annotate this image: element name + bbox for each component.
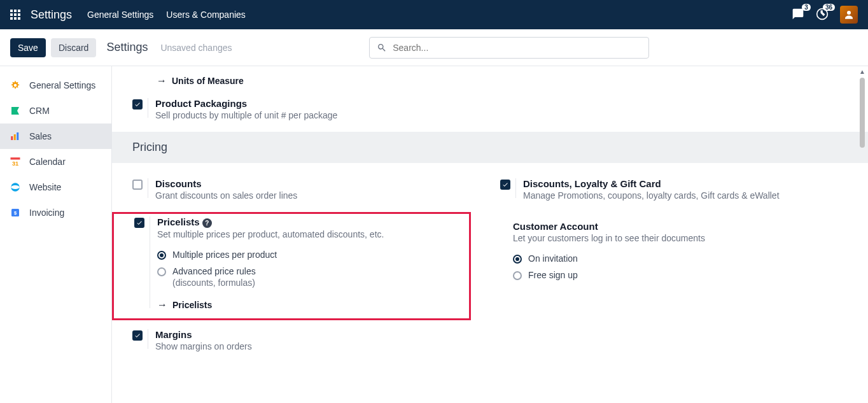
- calendar-icon: 31: [9, 155, 22, 168]
- loyalty-title: Discounts, Loyalty & Gift Card: [523, 178, 830, 189]
- sidebar-item-label: General Settings: [29, 80, 95, 90]
- crm-icon: [9, 104, 22, 117]
- sidebar-item-calendar[interactable]: 31 Calendar: [0, 149, 111, 174]
- sidebar-item-label: Sales: [29, 131, 52, 141]
- checkbox-loyalty[interactable]: [500, 180, 510, 190]
- toolbar: Save Discard Settings Unsaved changes: [0, 29, 868, 66]
- customer-account-desc: Let your customers log in to see their d…: [513, 233, 830, 243]
- loyalty-desc: Manage Promotions, coupons, loyalty card…: [523, 190, 830, 201]
- sidebar-item-invoicing[interactable]: $ Invoicing: [0, 200, 111, 225]
- sidebar-item-general[interactable]: General Settings: [0, 73, 111, 98]
- checkbox-packagings[interactable]: [132, 99, 143, 110]
- margins-desc: Show margins on orders: [155, 341, 868, 351]
- svg-point-0: [847, 11, 851, 15]
- arrow-right-icon: →: [157, 75, 167, 87]
- svg-rect-4: [17, 132, 18, 140]
- topbar: Settings General Settings Users & Compan…: [0, 0, 868, 29]
- avatar[interactable]: [840, 6, 858, 24]
- chat-badge: 3: [802, 4, 811, 11]
- pricelists-title: Pricelists?: [157, 216, 469, 228]
- radio-multi-prices[interactable]: Multiple prices per product: [157, 250, 469, 260]
- discounts-title: Discounts: [155, 178, 481, 189]
- pricelists-link[interactable]: → Pricelists: [157, 299, 469, 311]
- activity-badge: 36: [823, 4, 835, 11]
- content: → Units of Measure Product Packagings Se…: [112, 66, 868, 403]
- customer-account-title: Customer Account: [513, 221, 830, 232]
- chat-icon[interactable]: 3: [792, 8, 804, 22]
- search-input[interactable]: [369, 37, 649, 59]
- scroll-up-icon[interactable]: ▲: [858, 66, 867, 76]
- radio-on-invitation[interactable]: On invitation: [513, 253, 830, 264]
- pricelists-desc: Set multiple prices per product, automat…: [157, 229, 469, 239]
- svg-rect-2: [11, 136, 13, 140]
- sidebar-item-label: Invoicing: [29, 208, 64, 218]
- search-wrap: [369, 37, 649, 59]
- arrow-right-icon: →: [157, 299, 167, 311]
- sidebar-item-crm[interactable]: CRM: [0, 98, 111, 124]
- nav-users-companies[interactable]: Users & Companies: [166, 10, 246, 20]
- scrollbar[interactable]: ▲: [858, 66, 867, 403]
- section-pricing: Pricing: [112, 132, 868, 163]
- sales-icon: [9, 130, 22, 143]
- svg-text:31: 31: [12, 160, 18, 167]
- radio-advanced-rules[interactable]: Advanced price rules: [157, 266, 469, 276]
- sidebar-item-label: Calendar: [29, 157, 66, 167]
- website-icon: [9, 181, 22, 194]
- checkbox-pricelists[interactable]: [134, 218, 144, 228]
- packagings-desc: Sell products by multiple of unit # per …: [155, 110, 868, 120]
- sidebar-item-sales[interactable]: Sales: [0, 124, 111, 149]
- help-icon[interactable]: ?: [202, 218, 212, 228]
- pricelists-highlight: Pricelists? Set multiple prices per prod…: [112, 212, 471, 320]
- search-icon: [377, 43, 387, 53]
- activity-icon[interactable]: 36: [816, 8, 829, 22]
- sidebar-item-label: Website: [29, 182, 61, 192]
- save-button[interactable]: Save: [10, 38, 46, 57]
- discard-button[interactable]: Discard: [51, 38, 96, 57]
- svg-point-8: [11, 185, 20, 189]
- svg-point-1: [14, 84, 17, 87]
- uom-link[interactable]: → Units of Measure: [112, 66, 868, 95]
- sidebar-item-label: CRM: [29, 106, 50, 116]
- unsaved-indicator: Unsaved changes: [160, 43, 232, 53]
- checkbox-margins[interactable]: [132, 330, 143, 341]
- sidebar: General Settings CRM Sales 31 Calendar W…: [0, 66, 112, 403]
- svg-rect-5: [11, 157, 20, 159]
- sidebar-item-website[interactable]: Website: [0, 174, 111, 200]
- checkbox-discounts[interactable]: [132, 180, 143, 190]
- scrollbar-thumb[interactable]: [860, 78, 865, 148]
- invoicing-icon: $: [9, 206, 22, 219]
- nav-general-settings[interactable]: General Settings: [87, 10, 153, 20]
- svg-rect-3: [14, 134, 16, 140]
- packagings-title: Product Packagings: [155, 98, 868, 109]
- radio-free-signup[interactable]: Free sign up: [513, 270, 830, 280]
- app-title: Settings: [31, 8, 72, 22]
- breadcrumb: Settings: [106, 41, 148, 54]
- margins-title: Margins: [155, 329, 868, 340]
- discounts-desc: Grant discounts on sales order lines: [155, 190, 481, 201]
- apps-icon[interactable]: [10, 10, 20, 20]
- gear-icon: [9, 79, 22, 92]
